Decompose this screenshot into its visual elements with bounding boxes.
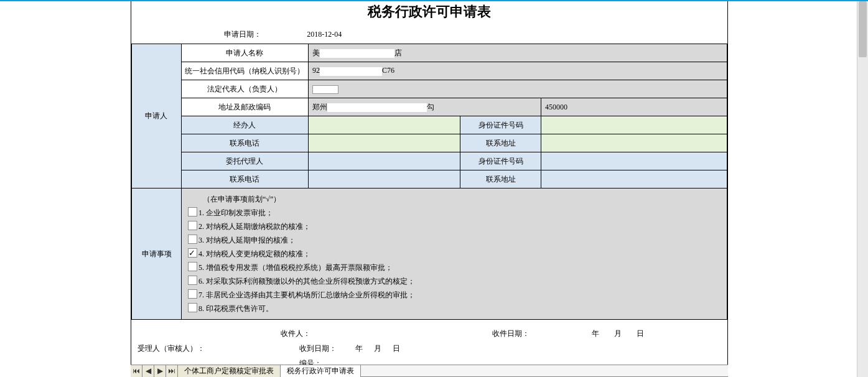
item-label: 对采取实际利润额预缴以外的其他企业所得税预缴方式的核定；: [206, 277, 415, 286]
application-date-value: 2018-12-04: [304, 25, 727, 44]
applicant-name-value: 美店: [308, 44, 727, 62]
checkbox-item-6[interactable]: [188, 276, 197, 285]
item-number: 5.: [198, 263, 204, 272]
item-number: 4.: [198, 249, 204, 258]
agent-addr-label: 联系地址: [460, 170, 541, 188]
item-row: 7. 非居民企业选择由其主要机构场所汇总缴纳企业所得税的审批；: [188, 288, 721, 302]
application-date-label: 申请日期：: [180, 25, 304, 44]
arrive-date-parts: 年 月 日: [355, 343, 400, 354]
checkbox-item-8[interactable]: [188, 303, 197, 312]
redacted-block: [312, 85, 338, 94]
item-row: 1. 企业印制发票审批；: [188, 206, 721, 220]
redacted-block: [320, 49, 394, 58]
item-row: 8. 印花税票代售许可。: [188, 302, 721, 315]
applicant-name-suffix: 店: [394, 49, 402, 57]
redacted-block: [320, 67, 382, 76]
sheet-tab-bar: ⏮ ◀ ▶ ⏭ 个体工商户定额核定审批表 税务行政许可申请表: [131, 365, 728, 377]
agent-id-label: 身份证件号码: [460, 152, 541, 170]
item-label: 增值税专用发票（增值税税控系统）最高开票限额审批；: [206, 263, 393, 272]
handler-contact-addr-value[interactable]: [541, 134, 727, 152]
applicant-name-prefix: 美: [312, 49, 320, 57]
checkbox-item-1[interactable]: [188, 207, 197, 216]
handler-phone-value[interactable]: [308, 134, 460, 152]
address-value: 郑州勾: [308, 98, 541, 116]
handler-id-value[interactable]: [541, 116, 727, 134]
checkbox-item-4[interactable]: [188, 248, 197, 258]
tab-tax-permit-application[interactable]: 税务行政许可申请表: [281, 365, 361, 377]
agent-value: [308, 152, 460, 170]
item-row: 2. 对纳税人延期缴纳税款的核准；: [188, 220, 721, 233]
item-number: 2.: [198, 222, 204, 231]
tab-quota-approval[interactable]: 个体工商户定额核定审批表: [178, 365, 281, 377]
recipient-label: 收件人：: [281, 328, 492, 339]
address-label: 地址及邮政编码: [181, 98, 308, 116]
credit-code-value: 92C76: [308, 62, 727, 80]
scrollbar-thumb[interactable]: [859, 1, 867, 57]
recv-date-parts: 年 月 日: [592, 328, 644, 339]
reviewer-label: 受理人（审核人）：: [138, 343, 299, 354]
address-suffix: 勾: [427, 103, 434, 111]
item-row: 5. 增值税专用发票（增值税税控系统）最高开票限额审批；: [188, 261, 721, 274]
items-hint: （在申请事项前划“√”）: [188, 192, 721, 206]
tab-nav-next-icon[interactable]: ▶: [154, 365, 166, 377]
item-number: 8.: [198, 304, 204, 313]
recv-date-label: 收件日期：: [492, 328, 592, 339]
items-table: 申请事项 （在申请事项前划“√”） 1. 企业印制发票审批； 2. 对纳税人延期…: [131, 188, 727, 320]
address-prefix: 郑州: [312, 103, 327, 111]
item-label: 对纳税人延期缴纳税款的核准；: [206, 222, 310, 231]
tab-label: 个体工商户定额核定审批表: [184, 366, 274, 376]
item-label: 印花税票代售许可。: [206, 304, 273, 313]
page-title: 税务行政许可申请表: [131, 1, 727, 25]
item-row: 3. 对纳税人延期申报的核准；: [188, 233, 721, 247]
applicant-name-label: 申请人名称: [181, 44, 308, 62]
applicant-section-header: 申请人: [132, 44, 182, 188]
item-label: 企业印制发票审批；: [206, 208, 273, 217]
item-row: 4. 对纳税人变更纳税定额的核准；: [188, 247, 721, 261]
item-number: 1.: [198, 208, 204, 217]
tab-nav-first-icon[interactable]: ⏮: [131, 365, 142, 377]
checkbox-item-5[interactable]: [188, 262, 197, 271]
legal-rep-label: 法定代表人（负责人）: [181, 80, 308, 98]
redacted-block: [327, 103, 427, 112]
applicant-table: 申请人 申请人名称 美店 统一社会信用代码（纳税人识别号） 92C76 法定代表…: [131, 44, 727, 188]
tab-label: 税务行政许可申请表: [287, 366, 354, 376]
agent-id-value: [541, 152, 727, 170]
items-list-cell: （在申请事项前划“√”） 1. 企业印制发票审批； 2. 对纳税人延期缴纳税款的…: [182, 188, 727, 320]
credit-code-prefix: 92: [312, 66, 320, 75]
item-label: 对纳税人延期申报的核准；: [206, 236, 296, 244]
item-label: 对纳税人变更纳税定额的核准；: [206, 249, 310, 258]
item-row: 6. 对采取实际利润额预缴以外的其他企业所得税预缴方式的核定；: [188, 274, 721, 288]
legal-rep-value: [308, 80, 727, 98]
viewport: 税务行政许可申请表 申请日期： 2018-12-04 申请人 申请人名称 美店: [0, 0, 868, 377]
arrive-date-label: 收到日期：: [299, 343, 355, 354]
handler-phone-label: 联系电话: [181, 134, 308, 152]
item-number: 7.: [198, 291, 204, 299]
handler-label: 经办人: [181, 116, 308, 134]
item-number: 6.: [198, 277, 204, 286]
item-label: 非居民企业选择由其主要机构场所汇总缴纳企业所得税的审批；: [206, 291, 415, 299]
date-row-table: 申请日期： 2018-12-04: [131, 25, 727, 44]
form-sheet: 税务行政许可申请表 申请日期： 2018-12-04 申请人 申请人名称 美店: [131, 1, 728, 377]
credit-code-suffix: C76: [382, 66, 394, 75]
items-section-header: 申请事项: [132, 188, 182, 320]
agent-phone-value: [308, 170, 460, 188]
checkbox-item-3[interactable]: [188, 235, 197, 244]
agent-addr-value: [541, 170, 727, 188]
handler-contact-addr-label: 联系地址: [460, 134, 541, 152]
checkbox-item-7[interactable]: [188, 289, 197, 299]
tab-nav-prev-icon[interactable]: ◀: [142, 365, 154, 377]
vertical-scrollbar[interactable]: [857, 1, 868, 377]
tab-nav-last-icon[interactable]: ⏭: [166, 365, 178, 377]
agent-phone-label: 联系电话: [181, 170, 308, 188]
handler-id-label: 身份证件号码: [460, 116, 541, 134]
agent-label: 委托代理人: [181, 152, 308, 170]
handler-value[interactable]: [308, 116, 460, 134]
item-number: 3.: [198, 236, 204, 244]
credit-code-label: 统一社会信用代码（纳税人识别号）: [181, 62, 308, 80]
checkbox-item-2[interactable]: [188, 221, 197, 230]
postal-code-value: 450000: [541, 98, 727, 116]
